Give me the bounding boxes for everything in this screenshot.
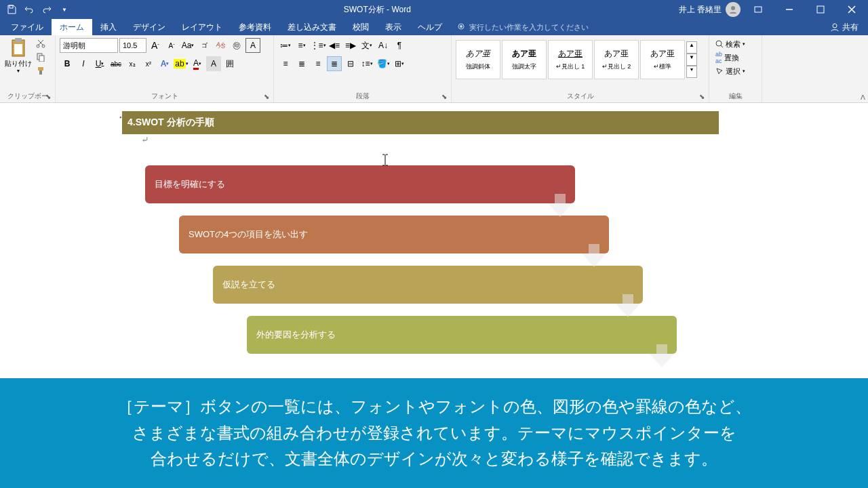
font-dialog-icon[interactable]: ⬊	[262, 93, 271, 101]
italic-button[interactable]: I	[76, 56, 91, 71]
bold-button[interactable]: B	[60, 56, 75, 71]
svg-line-18	[721, 45, 723, 47]
shrink-font-icon[interactable]: Aˇ	[164, 38, 179, 53]
smartart-step2[interactable]: SWOTの4つの項目を洗い出す	[179, 216, 609, 253]
line-spacing-icon[interactable]: ↕≡▾	[359, 56, 374, 71]
change-case-icon[interactable]: Aa▾	[180, 38, 195, 53]
qat-dropdown-icon[interactable]: ▼	[57, 2, 72, 17]
caption-line: さまざまな書式の組み合わせが登録されています。テーマにマウスポインターを	[132, 420, 736, 446]
clipboard-dialog-icon[interactable]: ⬊	[44, 93, 52, 101]
group-styles: あア亜強調斜体 あア亜強調太字 あア亜↵見出し 1 あア亜↵見出し 2 あア亜↵…	[452, 35, 709, 102]
justify-icon[interactable]: ≣	[327, 56, 342, 71]
share-button[interactable]: 共有	[823, 22, 865, 33]
align-right-icon[interactable]: ≡	[311, 56, 326, 71]
tab-layout[interactable]: レイアウト	[174, 19, 231, 36]
styles-expand-icon[interactable]: ▾	[686, 66, 697, 78]
paragraph-mark: ⤶	[141, 134, 868, 145]
enclose-char-icon[interactable]: ㊞	[229, 38, 244, 53]
style-emphasis-bold[interactable]: あア亜強調太字	[502, 40, 547, 79]
undo-icon[interactable]	[22, 2, 37, 17]
paragraph-dialog-icon[interactable]: ⬊	[440, 93, 448, 101]
styles-scroll-down-icon[interactable]: ▼	[686, 54, 697, 66]
find-button[interactable]: 検索▾	[713, 37, 757, 51]
subscript-button[interactable]: x₂	[125, 56, 140, 71]
smartart-step3[interactable]: 仮説を立てる	[213, 266, 643, 304]
numbering-icon[interactable]: ≡▾	[294, 38, 309, 53]
tab-file[interactable]: ファイル	[3, 19, 52, 36]
show-marks-icon[interactable]: ¶	[392, 38, 407, 53]
text-effects-icon[interactable]: A▾	[157, 56, 172, 71]
arrow-down-icon	[547, 194, 574, 217]
shading-icon[interactable]: 🪣▾	[376, 56, 391, 71]
document-canvas[interactable]: ▪ 4.SWOT 分析の手順 ⤶ 目標を明確にする SWOTの4つの項目を洗い出…	[0, 103, 868, 378]
decrease-indent-icon[interactable]: ◀≡	[327, 38, 342, 53]
close-icon[interactable]	[838, 0, 865, 19]
phonetic-guide-icon[interactable]: ゴ	[197, 38, 212, 53]
grow-font-icon[interactable]: Aˆ	[148, 38, 163, 53]
svg-rect-10	[14, 44, 22, 54]
tab-mailings[interactable]: 差し込み文書	[279, 19, 344, 36]
format-painter-icon[interactable]	[34, 64, 47, 77]
copy-icon[interactable]	[34, 51, 47, 63]
svg-rect-15	[38, 67, 43, 70]
ribbon-display-icon[interactable]	[745, 0, 772, 19]
sort-icon[interactable]: A↓	[376, 38, 391, 53]
distribute-icon[interactable]: ⊟	[343, 56, 358, 71]
tab-review[interactable]: 校閲	[344, 19, 377, 36]
share-label: 共有	[842, 22, 859, 33]
combine-char-icon[interactable]: 囲	[222, 56, 237, 71]
style-normal[interactable]: あア亜↵標準	[640, 40, 685, 79]
maximize-icon[interactable]	[807, 0, 834, 19]
select-button[interactable]: 選択▾	[713, 64, 757, 78]
paste-button[interactable]: 貼り付け ▼	[4, 37, 33, 82]
save-icon[interactable]	[4, 2, 19, 17]
heading-text[interactable]: 4.SWOT 分析の手順	[122, 111, 719, 134]
multilevel-list-icon[interactable]: ⋮≡▾	[311, 38, 326, 53]
group-clipboard: 貼り付け ▼ クリップボード⬊	[0, 35, 56, 102]
style-emphasis-italic[interactable]: あア亜強調斜体	[456, 40, 500, 79]
strikethrough-button[interactable]: abc	[108, 56, 123, 71]
tab-help[interactable]: ヘルプ	[410, 19, 450, 36]
tell-me-search[interactable]: 実行したい作業を入力してください	[457, 22, 589, 33]
clipboard-icon	[9, 37, 28, 59]
superscript-button[interactable]: x²	[141, 56, 156, 71]
highlight-icon[interactable]: ab▾	[174, 56, 189, 71]
increase-indent-icon[interactable]: ≡▶	[343, 38, 358, 53]
text-direction-icon[interactable]: 文▾	[359, 38, 374, 53]
tab-design[interactable]: デザイン	[125, 19, 174, 36]
style-heading2[interactable]: あア亜↵見出し 2	[594, 40, 639, 79]
font-size-input[interactable]	[119, 38, 146, 53]
tab-references[interactable]: 参考資料	[231, 19, 279, 36]
underline-button[interactable]: U▾	[92, 56, 107, 71]
smartart-step4[interactable]: 外的要因を分析する	[247, 316, 677, 354]
styles-scroll-up-icon[interactable]: ▲	[686, 41, 697, 54]
arrow-down-icon	[614, 294, 642, 317]
collapse-ribbon-icon[interactable]: ᐱ	[861, 94, 865, 101]
minimize-icon[interactable]	[776, 0, 803, 19]
cut-icon[interactable]	[34, 37, 47, 49]
align-left-icon[interactable]: ≡	[278, 56, 293, 71]
align-center-icon[interactable]: ≣	[294, 56, 309, 71]
font-color-icon[interactable]: A▾	[190, 56, 205, 71]
avatar[interactable]	[726, 2, 741, 17]
char-border-icon[interactable]: A	[245, 38, 260, 53]
caption-line: 合わせるだけで、文書全体のデザインが次々と変わる様子を確認できます。	[151, 446, 717, 472]
tab-home[interactable]: ホーム	[52, 19, 92, 36]
replace-button[interactable]: abac置換	[713, 51, 757, 64]
char-shading-icon[interactable]: A	[206, 56, 221, 71]
redo-icon[interactable]	[39, 2, 54, 17]
tab-insert[interactable]: 挿入	[92, 19, 125, 36]
bullets-icon[interactable]: ≔▾	[278, 38, 293, 53]
styles-dialog-icon[interactable]: ⬊	[698, 93, 706, 101]
tell-me-label: 実行したい作業を入力してください	[469, 22, 589, 33]
font-name-input[interactable]	[60, 38, 118, 53]
style-heading1[interactable]: あア亜↵見出し 1	[548, 40, 593, 79]
borders-icon[interactable]: ⊞▾	[392, 56, 407, 71]
title-bar: ▼ SWOT分析 - Word 井上 香緒里	[0, 0, 868, 19]
text-cursor-icon	[382, 154, 388, 166]
tab-view[interactable]: 表示	[377, 19, 410, 36]
clear-formatting-icon[interactable]: ⅍	[213, 38, 228, 53]
smartart-step1[interactable]: 目標を明確にする	[145, 165, 575, 203]
svg-point-17	[716, 41, 722, 46]
svg-rect-14	[39, 56, 44, 62]
